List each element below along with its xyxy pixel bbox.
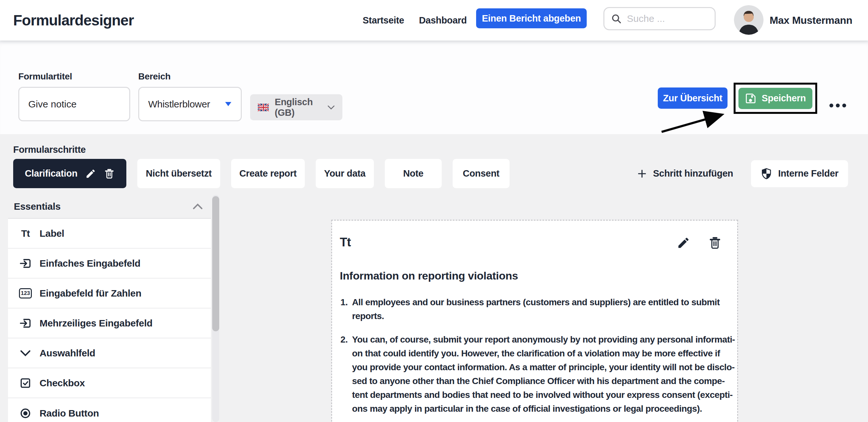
top-navigation: Startseite Dashboard (363, 0, 467, 40)
search-icon (611, 13, 622, 24)
add-step-label: Schritt hinzufügen (653, 168, 733, 179)
palette-item-checkbox[interactable]: Checkbox (8, 368, 211, 398)
avatar-photo (734, 5, 764, 35)
save-button-label: Speichern (762, 93, 806, 103)
multiline-field-icon (19, 317, 32, 330)
edit-block-icon[interactable] (677, 236, 690, 250)
step-tab-active[interactable]: Clarification (13, 159, 126, 188)
edit-step-icon[interactable] (85, 168, 96, 179)
number-field-icon: 123 (19, 288, 32, 299)
sidebar-group-label: Essentials (14, 201, 60, 212)
save-icon (745, 93, 756, 104)
ellipsis-icon (830, 103, 833, 108)
language-value: Englisch (GB) (275, 97, 322, 118)
chevron-up-icon (193, 203, 203, 210)
sidebar-scrollbar-thumb[interactable] (212, 196, 219, 331)
step-tab[interactable]: Your data (316, 159, 374, 188)
area-select-value: Whistlerblower (148, 99, 210, 110)
area-label: Bereich (138, 71, 242, 82)
internal-fields-label: Interne Felder (778, 168, 838, 179)
sidebar-scrollbar (212, 195, 219, 422)
palette-item-radio[interactable]: Radio Button (8, 398, 211, 422)
area-select[interactable]: Whistlerblower (138, 87, 242, 121)
caret-down-icon (225, 102, 232, 107)
palette-item-select[interactable]: Auswahlfeld (8, 338, 211, 368)
palette-item-label[interactable]: Tt Label (8, 219, 211, 249)
delete-block-icon[interactable] (708, 236, 722, 250)
form-steps-label: Formularschritte (13, 144, 86, 155)
form-title-group: Formulartitel (18, 71, 130, 121)
user-name[interactable]: Max Mustermann (770, 14, 852, 26)
uk-flag-icon (258, 102, 269, 112)
nav-dashboard[interactable]: Dashboard (419, 15, 467, 26)
block-heading: Information on reporting violations (340, 270, 518, 282)
steps-right-controls: Schritt hinzufügen Interne Felder (637, 159, 848, 188)
form-settings-toolbar: Formulartitel Bereich Whistlerblower Eng… (0, 40, 868, 134)
language-selector[interactable]: Englisch (GB) (250, 94, 342, 120)
more-options-button[interactable] (830, 102, 846, 109)
designer-content: Formularschritte Clarification Nicht übe… (0, 134, 868, 422)
palette-item-multiline-input[interactable]: Mehrzeiliges Eingabefeld (8, 308, 211, 338)
save-button[interactable]: Speichern (739, 88, 812, 109)
palette-item-simple-input[interactable]: Einfaches Eingabefeld (8, 249, 211, 278)
form-title-label: Formulartitel (18, 71, 130, 82)
step-tab[interactable]: Nicht übersetzt (137, 159, 220, 188)
block-actions (677, 236, 722, 250)
app-title: Formulardesigner (13, 11, 134, 29)
text-block-icon: Tt (340, 236, 351, 249)
chevron-down-icon (19, 347, 32, 360)
top-bar: Formulardesigner Startseite Dashboard Ei… (0, 0, 868, 40)
overview-button[interactable]: Zur Übersicht (658, 88, 727, 109)
step-tabs: Clarification Nicht übersetzt Create rep… (13, 159, 509, 188)
step-tab[interactable]: Note (385, 159, 442, 188)
internal-fields-button[interactable]: Interne Felder (751, 160, 848, 187)
radio-icon (19, 407, 32, 420)
active-step-label: Clarification (25, 168, 78, 179)
nav-startseite[interactable]: Startseite (363, 15, 404, 26)
checkbox-icon (19, 376, 32, 390)
formulardesigner-page: Formulardesigner Startseite Dashboard Ei… (0, 0, 868, 422)
step-tab[interactable]: Consent (453, 159, 509, 188)
sidebar-group-essentials[interactable]: Essentials (8, 195, 211, 219)
delete-step-icon[interactable] (104, 168, 115, 179)
plus-icon (637, 169, 647, 179)
add-step-button[interactable]: Schritt hinzufügen (637, 168, 733, 179)
list-item: 1. All employees and our business partne… (340, 295, 727, 323)
form-block-card: Tt Information on reporting violations (331, 220, 738, 422)
input-field-icon (19, 257, 32, 270)
search-input[interactable] (627, 13, 708, 24)
avatar[interactable] (734, 5, 764, 35)
step-tab[interactable]: Create report (231, 159, 305, 188)
text-block-icon: Tt (19, 227, 32, 240)
area-group: Bereich Whistlerblower (138, 71, 242, 121)
palette-item-number-input[interactable]: 123 Eingabefeld für Zahlen (8, 278, 211, 308)
submit-report-button[interactable]: Einen Bericht abgeben (476, 8, 587, 28)
block-numbered-list: 1. All employees and our business partne… (340, 295, 727, 422)
form-title-input[interactable] (18, 87, 130, 121)
save-highlight-box: Speichern (734, 83, 817, 114)
shield-icon (761, 168, 772, 179)
list-item: 2. You can, of course, submit your repor… (340, 333, 727, 416)
chevron-down-icon (328, 104, 335, 110)
field-palette: Tt Label Einfaches Eingabefeld 123 Einga… (8, 219, 211, 422)
search-box (603, 7, 716, 30)
